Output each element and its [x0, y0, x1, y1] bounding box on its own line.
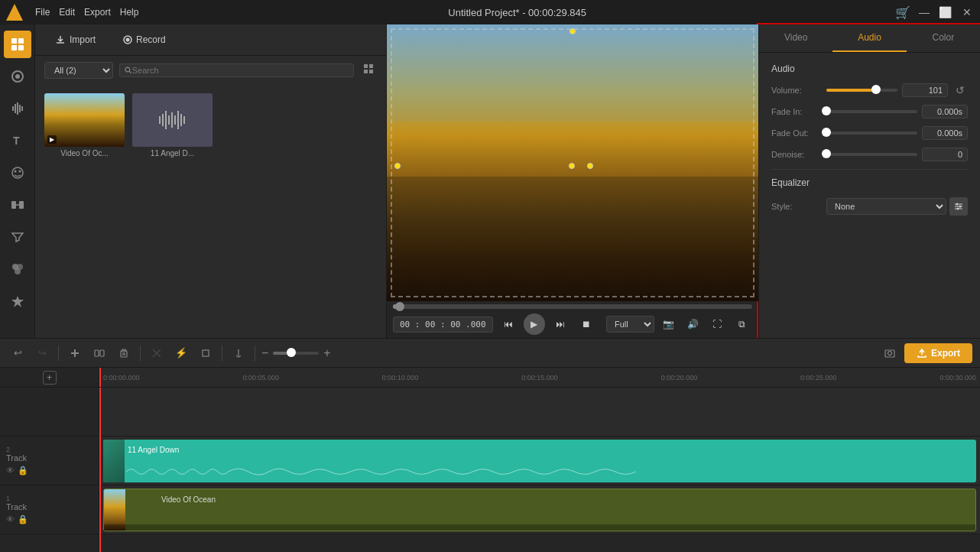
svg-rect-6	[12, 106, 14, 111]
playhead[interactable]	[99, 368, 101, 387]
denoise-label: Denoise:	[771, 150, 826, 159]
track-label-2: Track	[6, 453, 92, 463]
properties-content: Audio Volume: 101 ↺ Fade In:	[759, 53, 980, 338]
denoise-value: 0	[922, 148, 968, 161]
sidebar-item-text[interactable]: T	[4, 127, 31, 154]
track-1-lock-button[interactable]: 🔒	[18, 515, 28, 524]
top-section: T Import	[0, 24, 980, 338]
media-thumbnail: ▶	[44, 93, 125, 147]
menu-edit[interactable]: Edit	[59, 7, 75, 18]
corner-handle-left[interactable]	[394, 163, 401, 169]
cut-button[interactable]	[147, 343, 167, 363]
video-clip[interactable]: Video Of Ocean	[103, 489, 976, 531]
sidebar-item-media[interactable]	[4, 31, 31, 58]
tab-audio[interactable]: Audio	[832, 24, 906, 52]
sidebar-item-filters[interactable]	[4, 223, 31, 251]
crop-button[interactable]	[196, 343, 216, 363]
zoom-select[interactable]: Full 50% 75% 100%	[606, 316, 654, 333]
sidebar-item-effects[interactable]	[4, 63, 31, 90]
cart-icon[interactable]: 🛒	[896, 5, 910, 19]
picture-in-picture-button[interactable]: ⧉	[731, 313, 752, 335]
eq-settings-button[interactable]	[949, 197, 968, 216]
step-back-button[interactable]: ⏮	[498, 313, 519, 335]
volume-reset-button[interactable]: ↺	[952, 84, 968, 96]
timeline-content: 0:00:00.000 0:00:05.000 0:00:10.000 0:00…	[99, 368, 980, 552]
track-2-visibility-button[interactable]: 👁	[6, 466, 15, 476]
svg-rect-2	[11, 45, 17, 50]
svg-rect-50	[203, 350, 209, 356]
menu-help[interactable]: Help	[120, 7, 139, 18]
volume-handle[interactable]	[871, 85, 881, 94]
play-button[interactable]: ▶	[524, 313, 545, 335]
step-forward-button[interactable]: ⏭	[550, 313, 571, 335]
stop-button[interactable]: ⏹	[576, 313, 597, 335]
grid-view-button[interactable]	[360, 60, 377, 80]
volume-button[interactable]: 🔊	[682, 313, 703, 335]
delete-button[interactable]	[114, 343, 134, 363]
undo-button[interactable]: ↩	[8, 343, 28, 363]
svg-rect-16	[19, 201, 24, 209]
zoom-in-button[interactable]: +	[323, 346, 330, 360]
svg-point-5	[15, 74, 20, 79]
svg-rect-36	[177, 111, 179, 129]
ripple-button[interactable]	[89, 343, 109, 363]
track-header-empty	[0, 388, 99, 437]
zoom-handle[interactable]	[287, 348, 296, 357]
media-panel: Import Record All (2) Video Audio	[35, 24, 387, 338]
corner-handle-mid-right[interactable]	[587, 163, 593, 169]
svg-point-14	[18, 170, 21, 173]
corner-handle-mid-left[interactable]	[569, 163, 575, 169]
close-button[interactable]: ✕	[960, 5, 974, 19]
tab-color[interactable]: Color	[907, 24, 980, 52]
menu-export[interactable]: Export	[84, 7, 111, 18]
export-button[interactable]: Export	[904, 343, 972, 363]
list-item[interactable]: 11 Angel D...	[132, 93, 213, 157]
split-button[interactable]: ⚡	[171, 343, 191, 363]
add-track-button[interactable]: +	[43, 371, 57, 385]
sidebar-item-audio[interactable]	[4, 95, 31, 122]
volume-slider[interactable]	[826, 89, 897, 92]
sidebar-item-stickers[interactable]	[4, 159, 31, 187]
track-1-visibility-button[interactable]: 👁	[6, 515, 15, 524]
media-toolbar: Import Record	[35, 24, 386, 56]
record-button[interactable]: Record	[112, 31, 177, 49]
clip-thumbnail	[103, 440, 125, 482]
volume-label: Volume:	[771, 86, 826, 95]
eq-style-select[interactable]: None Rock Pop Jazz Classical	[826, 198, 946, 215]
svg-point-42	[956, 203, 959, 206]
progress-bar[interactable]	[393, 304, 752, 309]
fullscreen-button[interactable]: ⛶	[706, 313, 728, 335]
zoom-slider[interactable]	[273, 352, 319, 355]
minimize-button[interactable]: —	[917, 5, 931, 19]
sidebar-item-transitions[interactable]	[4, 191, 31, 219]
svg-point-24	[125, 67, 130, 72]
list-item[interactable]: ▶ Video Of Oc...	[44, 93, 125, 157]
search-input[interactable]	[132, 66, 349, 75]
tab-video[interactable]: Video	[759, 24, 832, 52]
fade-in-handle[interactable]	[822, 106, 831, 115]
sidebar-item-color[interactable]	[4, 255, 31, 283]
snapshot-timeline-button[interactable]	[880, 343, 900, 363]
redo-button[interactable]: ↪	[32, 343, 52, 363]
marker-button[interactable]	[229, 343, 248, 363]
top-handle[interactable]	[570, 28, 576, 34]
zoom-out-button[interactable]: −	[261, 346, 268, 360]
snapshot-button[interactable]: 📷	[657, 313, 679, 335]
sidebar-item-favorites[interactable]	[4, 287, 31, 315]
fade-out-label: Fade Out:	[771, 128, 826, 138]
video-thumb-badge: ▶	[47, 135, 57, 144]
track-2-lock-button[interactable]: 🔒	[18, 466, 28, 476]
progress-handle[interactable]	[395, 302, 404, 311]
fade-out-handle[interactable]	[822, 128, 831, 137]
audio-clip[interactable]: 11 Angel Down	[103, 440, 976, 482]
fade-out-slider[interactable]	[826, 132, 917, 135]
filter-select[interactable]: All (2) Video Audio	[44, 62, 113, 79]
denoise-handle[interactable]	[822, 149, 831, 158]
maximize-button[interactable]: ⬜	[939, 5, 952, 19]
fade-in-slider[interactable]	[826, 110, 917, 113]
menu-file[interactable]: File	[35, 7, 50, 18]
add-clip-button[interactable]	[65, 343, 85, 363]
import-button[interactable]: Import	[44, 31, 106, 49]
svg-point-52	[888, 351, 891, 355]
denoise-slider[interactable]	[826, 153, 917, 156]
